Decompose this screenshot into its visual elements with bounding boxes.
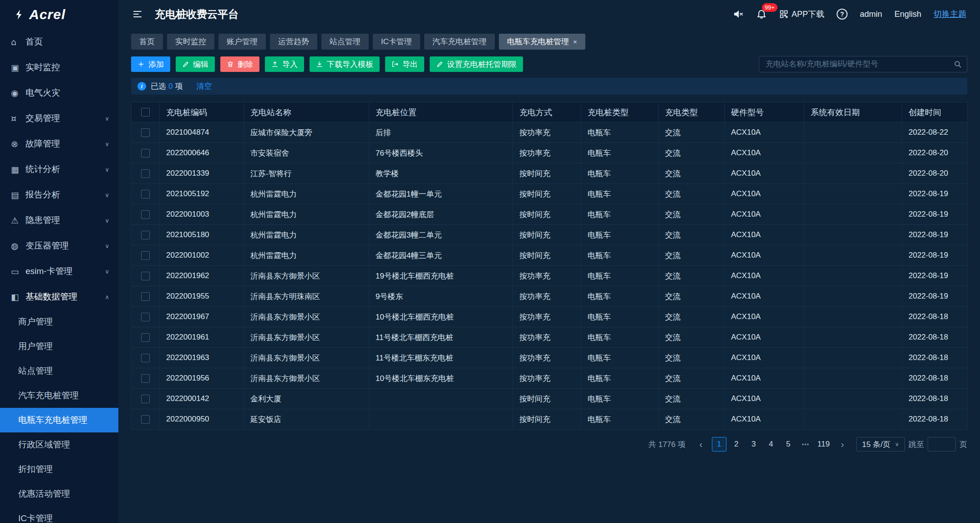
notifications-button[interactable]: 99+: [756, 9, 767, 20]
table-cell: 杭州雷霆电力: [244, 225, 369, 245]
page-button-1[interactable]: 1: [712, 437, 726, 452]
sidebar-collapse-icon[interactable]: [132, 9, 143, 20]
table-cell: 按时间充: [513, 409, 581, 430]
page-button-119[interactable]: 119: [816, 437, 832, 452]
row-checkbox[interactable]: [141, 415, 150, 424]
row-checkbox[interactable]: [141, 374, 150, 383]
tab-4[interactable]: 站点管理: [321, 34, 369, 50]
sidebar-item-10[interactable]: ◧基础数据管理∧: [0, 284, 118, 310]
search-input[interactable]: [759, 56, 967, 72]
page-button-4[interactable]: 4: [764, 437, 778, 452]
page-button-3[interactable]: 3: [746, 437, 761, 452]
row-checkbox[interactable]: [141, 210, 150, 219]
table-cell: 2021004874: [160, 122, 244, 143]
table-row: 2022001003杭州雷霆电力金都花园2幢底层按时间充电瓶车交流ACX10A2…: [132, 204, 968, 225]
sidebar-item-4[interactable]: ⊗故障管理∨: [0, 131, 118, 157]
sidebar-subitem-6[interactable]: 折扣管理: [0, 457, 118, 482]
row-checkbox[interactable]: [141, 292, 150, 301]
help-icon[interactable]: ?: [837, 9, 848, 20]
row-checkbox[interactable]: [141, 272, 150, 280]
table-cell: ACX10A: [725, 307, 804, 327]
sidebar-item-6[interactable]: ▤报告分析∨: [0, 182, 118, 208]
row-checkbox[interactable]: [141, 313, 150, 321]
tab-7[interactable]: 电瓶车充电桩管理×: [499, 34, 585, 50]
sidebar-item-9[interactable]: ▭esim-卡管理∨: [0, 259, 118, 284]
toolbar-button-5[interactable]: 导出: [385, 56, 424, 72]
sidebar-item-7[interactable]: ⚠隐患管理∨: [0, 208, 118, 233]
row-checkbox[interactable]: [141, 333, 150, 342]
jump-page-input[interactable]: [928, 437, 956, 452]
username[interactable]: admin: [860, 10, 882, 19]
table-cell: 交流: [659, 266, 725, 286]
sidebar-subitem-7[interactable]: 优惠活动管理: [0, 482, 118, 506]
search-icon[interactable]: [954, 60, 962, 68]
row-checkbox[interactable]: [141, 354, 150, 362]
table-cell: 延安饭店: [244, 409, 369, 430]
sidebar-item-8[interactable]: ◍变压器管理∨: [0, 233, 118, 259]
table-cell: [804, 266, 902, 286]
column-header: 创建时间: [902, 102, 968, 122]
tab-close-icon[interactable]: ×: [573, 38, 577, 46]
sidebar-item-0[interactable]: ⌂首页: [0, 29, 118, 55]
transaction-icon: ¤: [11, 113, 25, 123]
row-checkbox[interactable]: [141, 395, 150, 403]
row-checkbox[interactable]: [141, 169, 150, 178]
language-switch[interactable]: English: [894, 10, 921, 19]
sidebar-subitem-0[interactable]: 商户管理: [0, 310, 118, 334]
theme-switch-link[interactable]: 切换主题: [934, 9, 966, 20]
table-cell: [804, 143, 902, 163]
app-download-button[interactable]: APP下载: [779, 9, 824, 20]
table-row: 2021004874应城市保险大厦旁后排按功率充电瓶车交流ACX10A2022-…: [132, 122, 968, 143]
page-button-2[interactable]: 2: [729, 437, 744, 452]
column-header: 充电桩位置: [369, 102, 513, 122]
toolbar-button-2[interactable]: 删除: [220, 56, 259, 72]
sidebar-item-3[interactable]: ¤交易管理∨: [0, 106, 118, 131]
row-checkbox[interactable]: [141, 190, 150, 198]
page-size-select[interactable]: 15 条/页 ∨: [856, 437, 905, 452]
sidebar-subitem-3[interactable]: 汽车充电桩管理: [0, 383, 118, 408]
sidebar-item-2[interactable]: ◉电气火灾: [0, 80, 118, 106]
toolbar-button-3[interactable]: 导入: [265, 56, 304, 72]
tab-1[interactable]: 实时监控: [167, 34, 214, 50]
table-cell: 金都花园1幢一单元: [369, 184, 513, 204]
total-count: 共 1776 项: [648, 439, 685, 450]
table-cell: 电瓶车: [581, 143, 659, 163]
row-checkbox[interactable]: [141, 231, 150, 239]
toolbar-button-6[interactable]: 设置充电桩托管期限: [430, 56, 523, 72]
row-checkbox[interactable]: [141, 149, 150, 157]
sidebar-subitem-5[interactable]: 行政区域管理: [0, 432, 118, 457]
sidebar-subitem-1[interactable]: 用户管理: [0, 334, 118, 359]
home-icon: ⌂: [11, 37, 25, 47]
sidebar-item-5[interactable]: ▦统计分析∨: [0, 157, 118, 182]
row-checkbox-cell: [132, 348, 160, 368]
next-page-icon[interactable]: ›: [835, 437, 850, 452]
table-cell: 交流: [659, 348, 725, 368]
row-checkbox-cell: [132, 409, 160, 430]
tab-5[interactable]: IC卡管理: [373, 34, 420, 50]
sidebar-subitem-4[interactable]: 电瓶车充电桩管理: [0, 408, 118, 432]
column-header: 充电方式: [513, 102, 581, 122]
tab-label: 账户管理: [227, 36, 258, 47]
clear-selection-link[interactable]: 清空: [196, 81, 212, 91]
select-all-checkbox[interactable]: [141, 108, 150, 117]
tab-2[interactable]: 账户管理: [218, 34, 266, 50]
toolbar-button-1[interactable]: 编辑: [176, 56, 215, 72]
table-cell: 按功率充: [513, 348, 581, 368]
toolbar-button-4[interactable]: 下载导入模板: [310, 56, 380, 72]
toolbar-button-0[interactable]: 添加: [131, 56, 170, 72]
logo-icon: [14, 9, 25, 20]
sidebar-subitem-2[interactable]: 站点管理: [0, 359, 118, 383]
page-button-5[interactable]: 5: [781, 437, 796, 452]
sidebar-subitem-8[interactable]: IC卡管理: [0, 506, 118, 523]
row-checkbox[interactable]: [141, 251, 150, 260]
tab-3[interactable]: 运营趋势: [270, 34, 317, 50]
table-row: 2022000142金利大厦按时间充电瓶车交流ACX10A2022-08-18: [132, 389, 968, 409]
speaker-mute-icon[interactable]: [733, 9, 744, 20]
sidebar-item-1[interactable]: ▣实时监控: [0, 55, 118, 80]
tab-0[interactable]: 首页: [131, 34, 163, 50]
prev-page-icon[interactable]: ‹: [694, 437, 708, 452]
row-checkbox[interactable]: [141, 128, 150, 137]
table-cell: 杭州雷霆电力: [244, 245, 369, 266]
table-cell: [804, 225, 902, 245]
tab-6[interactable]: 汽车充电桩管理: [424, 34, 495, 50]
